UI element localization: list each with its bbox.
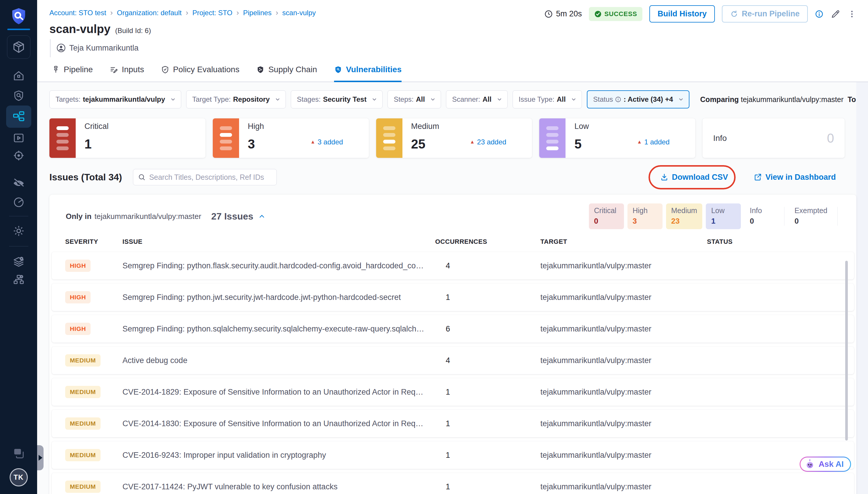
top-controls: 5m 20s SUCCESS Build History Re-run Pipe… [544,5,856,22]
build-history-button[interactable]: Build History [650,5,715,22]
chevron-down-icon [170,96,176,102]
breadcrumb-pipelines[interactable]: Pipelines [243,9,271,17]
issue-target: tejakummarikuntla/vulpy:master [540,324,707,334]
issue-row[interactable]: HIGH Semgrep Finding: python.flask.secur… [52,252,854,280]
gauge-icon [13,196,25,208]
edit-pipeline-icon[interactable] [831,9,841,19]
severity-badge: MEDIUM [65,354,100,366]
issue-row[interactable]: MEDIUM CVE-2017-11424: PyJWT vulnerable … [52,473,854,494]
svg-text:?: ? [16,449,19,454]
tab-inputs[interactable]: Inputs [110,65,144,82]
chevron-down-icon [274,96,281,102]
high-card[interactable]: High 3 ▲3 added [213,118,369,158]
issue-group-header: Only intejakummarikuntla/vulpy:master 27… [50,195,856,233]
group-issue-count: 27 Issues [211,211,253,222]
info-icon[interactable] [815,10,824,18]
sidebar-item-default-settings[interactable] [13,256,25,268]
issue-title: Semgrep Finding: python.flask.security.a… [122,261,435,270]
execution-tabs: Pipeline Inputs Policy Evaluations Suppl… [37,57,868,82]
critical-card[interactable]: Critical 1 [50,118,206,158]
filter-scanner[interactable]: Scanner: All [446,90,508,109]
search-input[interactable] [149,173,272,182]
module-selector-button[interactable] [7,35,31,59]
chip-info[interactable]: Info0 [745,204,779,229]
occurrences-count: 1 [435,451,540,460]
breadcrumb-current[interactable]: scan-vulpy [282,9,316,17]
sidebar-item-exemptions[interactable] [12,177,25,190]
medium-card[interactable]: Medium 25 ▲23 added [376,118,532,158]
filter-status[interactable]: Status : Active (34) +4 [587,90,690,109]
rerun-pipeline-button[interactable]: Re-run Pipeline [722,5,808,22]
shield-check-icon [161,65,169,74]
severity-badge: MEDIUM [65,449,100,461]
tab-supply-chain[interactable]: Supply Chain [256,65,317,82]
issue-row[interactable]: MEDIUM Active debug code 4 tejakummariku… [52,347,854,374]
breadcrumb-project[interactable]: Project: STO [192,9,232,17]
issue-row[interactable]: MEDIUM CVE-2014-1829: Exposure of Sensit… [52,378,854,406]
filter-target-type[interactable]: Target Type: Repository [186,90,286,109]
issue-row[interactable]: MEDIUM CVE-2016-9243: Improper input val… [52,441,854,469]
help-chat-button[interactable]: ? [12,446,25,460]
occurrences-count: 1 [435,419,540,428]
sidebar-expand-handle[interactable] [37,445,43,470]
executions-icon [13,132,25,144]
issues-table-body: HIGH Semgrep Finding: python.flask.secur… [50,252,856,494]
filter-stages[interactable]: Stages: Security Test [291,90,383,109]
search-icon [138,173,146,181]
collapse-group-icon[interactable] [258,212,266,220]
chip-critical[interactable]: Critical0 [589,204,624,229]
chip-high[interactable]: High3 [628,204,662,229]
filter-steps[interactable]: Steps: All [388,90,441,109]
filter-targets[interactable]: Targets: tejakummarikuntla/vulpy [50,90,181,109]
chip-low[interactable]: Low1 [706,204,741,229]
tab-policy-evaluations[interactable]: Policy Evaluations [161,65,239,82]
severity-cards: Critical 1 High 3 ▲3 added Medium 25 ▲23… [50,118,845,158]
low-card[interactable]: Low 5 ▲1 added [539,118,695,158]
refresh-icon [730,10,738,18]
severity-badge: HIGH [65,260,91,272]
breadcrumb-organization[interactable]: Organization: default [117,9,181,17]
severity-badge: HIGH [65,323,91,335]
chip-exempted[interactable]: Exempted0 [789,204,833,229]
issue-target: tejakummarikuntla/vulpy:master [540,419,707,428]
tab-vulnerabilities[interactable]: Vulnerabilities [334,65,402,82]
sidebar-item-home[interactable] [13,70,25,82]
issues-search[interactable] [133,169,277,185]
view-in-dashboard-button[interactable]: View in Dashboard [754,173,836,182]
medium-added-delta: ▲23 added [470,138,506,146]
issue-row[interactable]: HIGH Semgrep Finding: python.jwt.securit… [52,284,854,311]
check-circle-icon [594,10,602,18]
table-scrollbar[interactable] [845,261,848,440]
info-card[interactable]: Info 0 [702,118,845,158]
download-csv-button[interactable]: Download CSV [660,173,728,182]
sidebar-item-baselines[interactable] [13,196,25,208]
logo-underline [7,28,30,30]
sidebar-item-test-targets[interactable] [13,90,24,101]
issue-row[interactable]: HIGH Semgrep Finding: python.sqlalchemy.… [52,315,854,343]
issues-panel: Only intejakummarikuntla/vulpy:master 27… [50,195,856,494]
severity-badge: HIGH [65,291,91,303]
user-avatar[interactable]: TK [9,468,28,487]
filter-issue-type[interactable]: Issue Type: All [513,90,582,109]
sidebar-item-pipelines-active[interactable] [6,106,31,128]
issue-target: tejakummarikuntla/vulpy:master [540,261,707,270]
column-occurrences: OCCURRENCES [435,238,540,246]
shield-network-icon [256,65,265,74]
ask-ai-button[interactable]: Ask AI [799,457,851,472]
breadcrumb-account[interactable]: Account: STO test [50,9,106,17]
column-target: TARGET [540,238,707,246]
sidebar-item-settings[interactable] [12,225,25,238]
sidebar-item-targets[interactable] [13,149,25,162]
tab-pipeline[interactable]: Pipeline [52,65,93,82]
network-gear-icon [13,273,25,286]
sidebar-item-executions[interactable] [13,132,25,144]
chevron-down-icon [678,96,684,102]
sidebar-item-resources[interactable] [13,273,25,286]
chip-medium[interactable]: Medium23 [666,204,702,229]
issue-target: tejakummarikuntla/vulpy:master [540,482,707,491]
triggered-by-user: Teja Kummarikuntla [69,43,138,53]
severity-badge: MEDIUM [65,480,100,493]
expand-triangle-icon [39,455,42,461]
more-options-icon[interactable] [848,10,856,18]
issue-row[interactable]: MEDIUM CVE-2014-1830: Exposure of Sensit… [52,410,854,437]
